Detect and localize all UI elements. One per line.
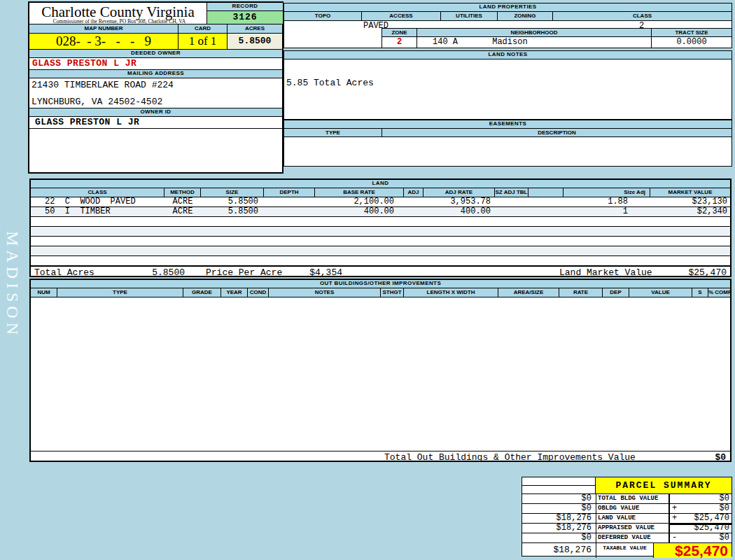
topo-header: TOPO [284, 12, 362, 20]
land-base-rate-header: BASE RATE [315, 188, 404, 197]
land-base-rate: 400.00 [315, 207, 404, 216]
district-vertical-label: MADISON [3, 231, 22, 339]
land-class-header: CLASS [31, 188, 164, 197]
land-market-value-total: $25,470 [688, 267, 727, 279]
tract-size-value: 0.0000 [652, 37, 732, 48]
land-market-value: $23,130 [650, 197, 730, 206]
land-size-header: SIZE [201, 188, 264, 197]
mailing-address-line2: LYNCHBURG, VA 24502-4502 [31, 97, 162, 107]
land-market-value: $2,340 [650, 207, 730, 216]
land-depth [264, 197, 315, 206]
summary-operator [668, 494, 683, 503]
total-acres-value: 5.8500 [118, 267, 185, 279]
ob-s-header: S [692, 288, 708, 297]
summary-row-obldg: $0 OBLDG VALUE + $0 [522, 504, 732, 514]
land-adj-rate: 400.00 [424, 207, 495, 216]
acres-value[interactable]: 5.8500 [227, 34, 282, 49]
prior-taxable-value: $18,276 [522, 543, 596, 558]
land-table: LAND CLASS METHOD SIZE DEPTH BASE RATE A… [29, 178, 732, 277]
out-buildings-total-value: $0 [715, 451, 726, 464]
land-class: 50 I TIMBER [31, 207, 164, 216]
land-adj-rate: 3,953.78 [424, 197, 495, 206]
parcel-summary: PARCEL SUMMARY $0 TOTAL BLDG VALUE $0 $0… [522, 477, 732, 556]
zone-value-row: 2 140 A Madison 0.0000 [382, 37, 732, 48]
neighborhood-code: 140 A [433, 37, 458, 47]
deeded-owner-value: GLASS PRESTON L JR [29, 58, 282, 70]
land-table-body: 22 C WOOD PAVED ACRE 5.8500 2,100.00 3,9… [31, 197, 730, 266]
land-notes-panel: LAND NOTES 5.85 Total Acres [284, 50, 732, 120]
price-per-acre-label: Price Per Acre [206, 267, 282, 279]
ob-grade-header: GRADE [183, 288, 221, 297]
summary-operator: + [668, 514, 683, 523]
prior-value: $0 [522, 533, 596, 542]
land-row-empty [31, 227, 730, 237]
easement-description-header: DESCRIPTION [382, 129, 732, 136]
zone-header-row: ZONE NEIGHBORHOOD TRACT SIZE [382, 29, 732, 37]
land-depth-header: DEPTH [264, 188, 315, 197]
summary-label: LAND VALUE [596, 514, 668, 523]
land-adj-rate-header: ADJ RATE [424, 188, 495, 197]
land-adj [404, 207, 424, 216]
land-market-value-header: MARKET VALUE [650, 188, 730, 197]
land-row: 50 I TIMBER ACRE 5.8500 400.00 400.00 1 … [31, 207, 730, 217]
total-acres-label: Total Acres [34, 267, 94, 279]
ob-type-header: TYPE [57, 288, 183, 297]
out-buildings-header-row: NUM TYPE GRADE YEAR COND NOTES STHGT LEN… [31, 288, 730, 298]
land-method: ACRE [164, 197, 201, 206]
land-properties-header-row: TOPO ACCESS UTILITIES ZONING CLASS [284, 12, 732, 21]
summary-label: TOTAL BLDG VALUE [596, 494, 668, 503]
summary-label: DEFERRED VALUE [596, 533, 668, 542]
summary-value: $0 [683, 533, 732, 542]
summary-label: APPRAISED VALUE [596, 524, 668, 533]
record-header: RECORD [207, 3, 283, 11]
ob-rate-header: RATE [559, 288, 603, 297]
map-header-row: MAP NUMBER CARD ACRES [29, 24, 282, 34]
record-box: RECORD 3126 [206, 3, 283, 24]
parcel-summary-left-spacer [522, 477, 596, 493]
summary-label: OBLDG VALUE [596, 504, 668, 513]
taxable-label: TAXABLE VALUE [596, 543, 653, 558]
deeded-owner-header: DEEDED OWNER [29, 50, 282, 58]
land-base-rate: 2,100.00 [315, 197, 404, 206]
map-number-header: MAP NUMBER [29, 24, 178, 33]
land-market-value-label: Land Market Value [559, 267, 652, 279]
ob-area-size-header: AREA/SIZE [498, 288, 559, 297]
summary-operator [668, 524, 683, 533]
ob-pct-comp-header: % COMP [708, 288, 730, 297]
prior-value: $18,276 [522, 524, 596, 533]
mailing-address-header: MAILING ADDRESS [29, 70, 282, 78]
land-sz-adj-tbl [495, 197, 528, 206]
parcel-summary-title: PARCEL SUMMARY [596, 477, 732, 493]
summary-value: $25,470 [683, 514, 732, 523]
summary-row-land: $18,276 LAND VALUE + $25,470 [522, 514, 732, 524]
parcel-summary-header: PARCEL SUMMARY [522, 477, 732, 494]
summary-value: $0 [683, 504, 732, 513]
zone-value: 2 [382, 37, 417, 48]
out-buildings-total-label: Total Out Buildings & Other Improvements… [384, 451, 636, 464]
map-number-value[interactable]: 028- - 3- - - 9 [29, 34, 178, 49]
land-size-adj: 1.88 [564, 197, 650, 206]
land-properties-title: LAND PROPERTIES [284, 4, 732, 12]
land-row: 22 C WOOD PAVED ACRE 5.8500 2,100.00 3,9… [31, 197, 730, 207]
easement-type-header: TYPE [284, 129, 382, 136]
land-adj-header: ADJ [404, 188, 424, 197]
tract-size-header: TRACT SIZE [652, 29, 732, 36]
owner-panel: Charlotte County Virginia Commissioner o… [28, 1, 284, 174]
mailing-address-box: 21430 TIMBERLAKE ROAD #224 LYNCHBURG, VA… [29, 78, 282, 108]
prior-value: $18,276 [522, 514, 596, 523]
land-spacer-header [528, 188, 564, 197]
summary-operator: + [668, 504, 683, 513]
land-size: 5.8500 [201, 197, 264, 206]
card-value[interactable]: 1 of 1 [178, 34, 227, 49]
land-size-adj: 1 [564, 207, 650, 216]
taxable-value: $25,470 [653, 543, 732, 558]
map-value-row: 028- - 3- - - 9 1 of 1 5.8500 [29, 34, 282, 50]
price-per-acre-value: $4,354 [279, 267, 342, 279]
acres-header: ACRES [227, 24, 282, 33]
land-adj [404, 197, 424, 206]
record-value[interactable]: 3126 [207, 11, 283, 24]
summary-value: $0 [683, 494, 732, 503]
summary-row-deferred: $0 DEFERRED VALUE - $0 [522, 533, 732, 543]
mailing-address-line1: 21430 TIMBERLAKE ROAD #224 [31, 80, 174, 90]
summary-value: $25,470 [683, 524, 732, 533]
